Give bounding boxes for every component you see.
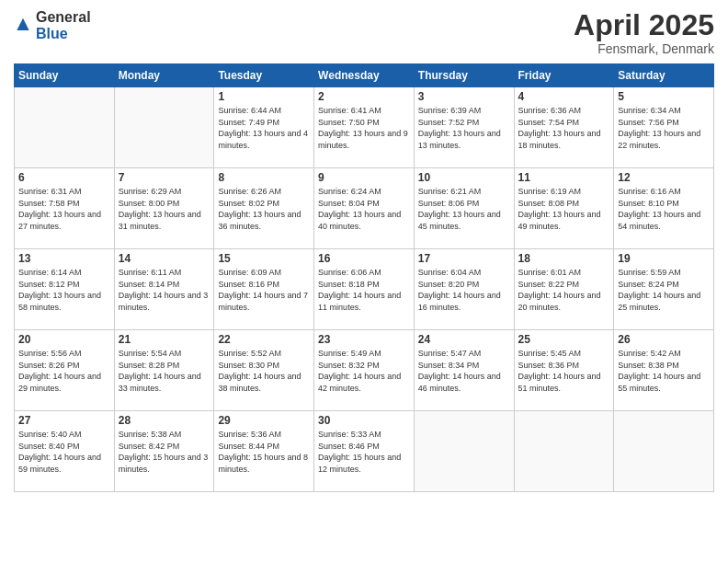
- calendar-cell: 14Sunrise: 6:11 AM Sunset: 8:14 PM Dayli…: [114, 249, 214, 330]
- calendar-cell: 1Sunrise: 6:44 AM Sunset: 7:49 PM Daylig…: [214, 87, 314, 168]
- day-info: Sunrise: 6:41 AM Sunset: 7:50 PM Dayligh…: [318, 105, 410, 151]
- day-info: Sunrise: 6:14 AM Sunset: 8:12 PM Dayligh…: [18, 267, 110, 313]
- day-header-tuesday: Tuesday: [214, 64, 314, 87]
- calendar-cell: 18Sunrise: 6:01 AM Sunset: 8:22 PM Dayli…: [514, 249, 614, 330]
- day-number: 20: [18, 333, 110, 346]
- month-title: April 2025: [574, 9, 714, 41]
- calendar-cell: [614, 411, 714, 492]
- day-number: 3: [418, 90, 510, 103]
- day-info: Sunrise: 5:56 AM Sunset: 8:26 PM Dayligh…: [18, 348, 110, 394]
- day-info: Sunrise: 6:06 AM Sunset: 8:18 PM Dayligh…: [318, 267, 410, 313]
- logo-blue: Blue: [36, 26, 68, 41]
- week-row-3: 13Sunrise: 6:14 AM Sunset: 8:12 PM Dayli…: [15, 249, 714, 330]
- calendar-cell: [514, 411, 614, 492]
- calendar-cell: 28Sunrise: 5:38 AM Sunset: 8:42 PM Dayli…: [114, 411, 214, 492]
- day-number: 19: [618, 252, 710, 265]
- day-number: 5: [618, 90, 710, 103]
- day-info: Sunrise: 6:21 AM Sunset: 8:06 PM Dayligh…: [418, 186, 510, 232]
- calendar-cell: 16Sunrise: 6:06 AM Sunset: 8:18 PM Dayli…: [314, 249, 415, 330]
- day-header-wednesday: Wednesday: [314, 64, 415, 87]
- location: Fensmark, Denmark: [574, 41, 714, 56]
- calendar-cell: [114, 87, 214, 168]
- calendar-cell: 7Sunrise: 6:29 AM Sunset: 8:00 PM Daylig…: [114, 168, 214, 249]
- day-number: 4: [518, 90, 610, 103]
- calendar-cell: 5Sunrise: 6:34 AM Sunset: 7:56 PM Daylig…: [614, 87, 714, 168]
- day-number: 27: [18, 414, 110, 427]
- calendar-cell: 30Sunrise: 5:33 AM Sunset: 8:46 PM Dayli…: [314, 411, 415, 492]
- day-info: Sunrise: 5:36 AM Sunset: 8:44 PM Dayligh…: [218, 429, 310, 475]
- day-number: 6: [18, 171, 110, 184]
- day-header-monday: Monday: [114, 64, 214, 87]
- calendar-cell: 21Sunrise: 5:54 AM Sunset: 8:28 PM Dayli…: [114, 330, 214, 411]
- day-info: Sunrise: 6:04 AM Sunset: 8:20 PM Dayligh…: [418, 267, 510, 313]
- title-block: April 2025 Fensmark, Denmark: [574, 9, 714, 56]
- calendar-cell: 8Sunrise: 6:26 AM Sunset: 8:02 PM Daylig…: [214, 168, 314, 249]
- day-header-saturday: Saturday: [614, 64, 714, 87]
- day-number: 18: [518, 252, 610, 265]
- day-number: 30: [318, 414, 410, 427]
- day-info: Sunrise: 6:01 AM Sunset: 8:22 PM Dayligh…: [518, 267, 610, 313]
- calendar-cell: 19Sunrise: 5:59 AM Sunset: 8:24 PM Dayli…: [614, 249, 714, 330]
- week-row-2: 6Sunrise: 6:31 AM Sunset: 7:58 PM Daylig…: [15, 168, 714, 249]
- calendar-cell: 17Sunrise: 6:04 AM Sunset: 8:20 PM Dayli…: [414, 249, 514, 330]
- week-row-5: 27Sunrise: 5:40 AM Sunset: 8:40 PM Dayli…: [15, 411, 714, 492]
- day-number: 10: [418, 171, 510, 184]
- day-number: 7: [119, 171, 210, 184]
- day-number: 23: [318, 333, 410, 346]
- day-info: Sunrise: 6:39 AM Sunset: 7:52 PM Dayligh…: [418, 105, 510, 151]
- day-info: Sunrise: 6:11 AM Sunset: 8:14 PM Dayligh…: [119, 267, 210, 313]
- page: General Blue April 2025 Fensmark, Denmar…: [0, 0, 728, 563]
- logo-icon: [14, 17, 32, 35]
- day-number: 1: [218, 90, 310, 103]
- day-header-thursday: Thursday: [414, 64, 514, 87]
- day-info: Sunrise: 5:42 AM Sunset: 8:38 PM Dayligh…: [618, 348, 710, 394]
- week-row-4: 20Sunrise: 5:56 AM Sunset: 8:26 PM Dayli…: [15, 330, 714, 411]
- calendar-cell: 23Sunrise: 5:49 AM Sunset: 8:32 PM Dayli…: [314, 330, 415, 411]
- calendar-cell: [414, 411, 514, 492]
- calendar-cell: 6Sunrise: 6:31 AM Sunset: 7:58 PM Daylig…: [15, 168, 115, 249]
- calendar-cell: 20Sunrise: 5:56 AM Sunset: 8:26 PM Dayli…: [15, 330, 115, 411]
- day-info: Sunrise: 5:54 AM Sunset: 8:28 PM Dayligh…: [119, 348, 210, 394]
- day-info: Sunrise: 5:40 AM Sunset: 8:40 PM Dayligh…: [18, 429, 110, 475]
- day-info: Sunrise: 5:52 AM Sunset: 8:30 PM Dayligh…: [218, 348, 310, 394]
- day-info: Sunrise: 6:16 AM Sunset: 8:10 PM Dayligh…: [618, 186, 710, 232]
- calendar-cell: 4Sunrise: 6:36 AM Sunset: 7:54 PM Daylig…: [514, 87, 614, 168]
- calendar-cell: 25Sunrise: 5:45 AM Sunset: 8:36 PM Dayli…: [514, 330, 614, 411]
- day-info: Sunrise: 5:33 AM Sunset: 8:46 PM Dayligh…: [318, 429, 410, 475]
- calendar-cell: 15Sunrise: 6:09 AM Sunset: 8:16 PM Dayli…: [214, 249, 314, 330]
- day-info: Sunrise: 5:49 AM Sunset: 8:32 PM Dayligh…: [318, 348, 410, 394]
- day-info: Sunrise: 5:45 AM Sunset: 8:36 PM Dayligh…: [518, 348, 610, 394]
- day-number: 9: [318, 171, 410, 184]
- calendar: SundayMondayTuesdayWednesdayThursdayFrid…: [14, 63, 714, 492]
- calendar-header-row: SundayMondayTuesdayWednesdayThursdayFrid…: [15, 64, 714, 87]
- day-info: Sunrise: 6:44 AM Sunset: 7:49 PM Dayligh…: [218, 105, 310, 151]
- day-number: 16: [318, 252, 410, 265]
- day-info: Sunrise: 6:19 AM Sunset: 8:08 PM Dayligh…: [518, 186, 610, 232]
- calendar-cell: 24Sunrise: 5:47 AM Sunset: 8:34 PM Dayli…: [414, 330, 514, 411]
- day-info: Sunrise: 6:36 AM Sunset: 7:54 PM Dayligh…: [518, 105, 610, 151]
- day-info: Sunrise: 5:59 AM Sunset: 8:24 PM Dayligh…: [618, 267, 710, 313]
- day-number: 26: [618, 333, 710, 346]
- day-number: 21: [119, 333, 210, 346]
- calendar-cell: [15, 87, 115, 168]
- day-number: 25: [518, 333, 610, 346]
- day-number: 8: [218, 171, 310, 184]
- calendar-cell: 29Sunrise: 5:36 AM Sunset: 8:44 PM Dayli…: [214, 411, 314, 492]
- day-info: Sunrise: 6:24 AM Sunset: 8:04 PM Dayligh…: [318, 186, 410, 232]
- calendar-cell: 26Sunrise: 5:42 AM Sunset: 8:38 PM Dayli…: [614, 330, 714, 411]
- calendar-cell: 12Sunrise: 6:16 AM Sunset: 8:10 PM Dayli…: [614, 168, 714, 249]
- day-number: 29: [218, 414, 310, 427]
- day-info: Sunrise: 6:29 AM Sunset: 8:00 PM Dayligh…: [119, 186, 210, 232]
- day-number: 11: [518, 171, 610, 184]
- svg-rect-1: [20, 24, 27, 30]
- calendar-cell: 13Sunrise: 6:14 AM Sunset: 8:12 PM Dayli…: [15, 249, 115, 330]
- day-info: Sunrise: 6:09 AM Sunset: 8:16 PM Dayligh…: [218, 267, 310, 313]
- day-number: 13: [18, 252, 110, 265]
- day-number: 24: [418, 333, 510, 346]
- week-row-1: 1Sunrise: 6:44 AM Sunset: 7:49 PM Daylig…: [15, 87, 714, 168]
- calendar-cell: 3Sunrise: 6:39 AM Sunset: 7:52 PM Daylig…: [414, 87, 514, 168]
- calendar-cell: 9Sunrise: 6:24 AM Sunset: 8:04 PM Daylig…: [314, 168, 415, 249]
- day-number: 28: [119, 414, 210, 427]
- day-header-sunday: Sunday: [15, 64, 115, 87]
- day-info: Sunrise: 6:31 AM Sunset: 7:58 PM Dayligh…: [18, 186, 110, 232]
